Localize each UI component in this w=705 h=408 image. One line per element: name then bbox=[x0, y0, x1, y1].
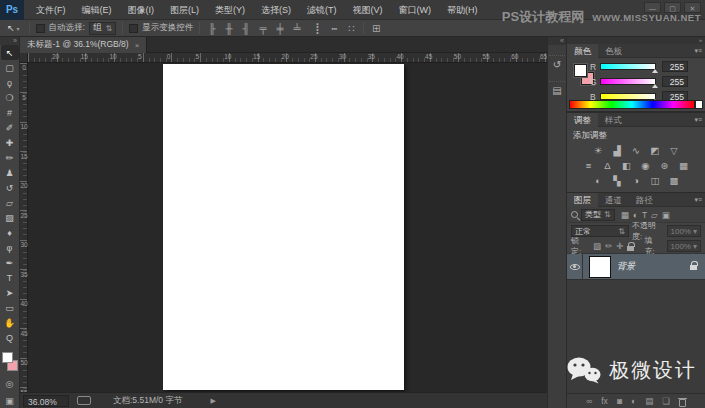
adj-color-balance-icon[interactable]: Δ bbox=[601, 160, 614, 172]
menu-item[interactable]: 图像(I) bbox=[120, 0, 163, 20]
panel-tab[interactable]: 调整 bbox=[567, 113, 598, 127]
canvas[interactable] bbox=[163, 64, 404, 390]
layer-thumbnail[interactable] bbox=[589, 256, 611, 278]
menu-item[interactable]: 视图(V) bbox=[345, 0, 391, 20]
menu-item[interactable]: 滤镜(T) bbox=[299, 0, 345, 20]
gradient-tool[interactable]: ▨ bbox=[1, 210, 19, 225]
toolbar-collapse-icon[interactable]: » bbox=[0, 37, 19, 45]
color-spectrum-ramp[interactable] bbox=[569, 100, 695, 109]
history-panel-icon[interactable]: ↺ bbox=[549, 55, 565, 71]
adj-levels-icon[interactable]: ▟ bbox=[611, 145, 624, 157]
channel-slider[interactable] bbox=[600, 78, 656, 85]
adj-brightness-contrast-icon[interactable]: ☀ bbox=[592, 145, 605, 157]
adj-invert-icon[interactable]: ◐ bbox=[592, 175, 605, 187]
pen-tool[interactable]: ✒ bbox=[1, 255, 19, 270]
clone-stamp-tool[interactable]: ♟ bbox=[1, 165, 19, 180]
blur-tool[interactable]: ♦ bbox=[1, 225, 19, 240]
brush-tool[interactable]: ✏ bbox=[1, 150, 19, 165]
menu-item[interactable]: 编辑(E) bbox=[74, 0, 120, 20]
eyedropper-tool[interactable]: ✐ bbox=[1, 120, 19, 135]
lock-position-icon[interactable]: ✛ bbox=[616, 241, 623, 251]
new-adjustment-layer-icon[interactable]: ◐ bbox=[631, 396, 636, 406]
menu-item[interactable]: 选择(S) bbox=[253, 0, 299, 20]
adj-exposure-icon[interactable]: ◩ bbox=[649, 145, 662, 157]
arrange-3d-mode-icon[interactable]: ⊞ bbox=[370, 23, 382, 34]
adj-black-white-icon[interactable]: ◧ bbox=[620, 160, 633, 172]
rectangle-tool[interactable]: ▭ bbox=[1, 300, 19, 315]
panel-tab[interactable]: 颜色 bbox=[567, 44, 598, 58]
eraser-tool[interactable]: ▱ bbox=[1, 195, 19, 210]
layer-style-icon[interactable]: fx bbox=[601, 396, 608, 406]
adj-posterize-icon[interactable]: ▚ bbox=[611, 175, 624, 187]
properties-panel-icon[interactable]: ▤ bbox=[549, 81, 565, 97]
filter-type-layers-icon[interactable]: T bbox=[642, 210, 647, 220]
zoom-level-field[interactable]: 36.08% bbox=[23, 395, 69, 407]
dodge-tool[interactable]: φ bbox=[1, 240, 19, 255]
auto-select-dropdown[interactable]: 组 ⇅ bbox=[89, 22, 116, 35]
channel-value-field[interactable]: 255 bbox=[662, 76, 688, 87]
filter-shape-layers-icon[interactable]: ▱ bbox=[651, 210, 658, 220]
type-tool[interactable]: T bbox=[1, 270, 19, 285]
slider-thumb-icon[interactable] bbox=[652, 84, 658, 88]
panel-tab[interactable]: 路径 bbox=[629, 193, 660, 207]
channel-slider[interactable] bbox=[600, 93, 656, 100]
add-layer-mask-icon[interactable]: ◙ bbox=[617, 396, 622, 406]
background-layer-row[interactable]: 背景 bbox=[567, 254, 705, 280]
move-tool[interactable]: ↖ bbox=[1, 45, 19, 60]
panel-tab[interactable]: 图层 bbox=[567, 193, 598, 207]
screen-mode-button[interactable]: ▣ bbox=[1, 395, 19, 408]
adj-vibrance-icon[interactable]: ▽ bbox=[668, 145, 681, 157]
filter-kind-dropdown[interactable]: 类型 ⇅ bbox=[581, 209, 615, 221]
panel-menu-icon[interactable]: ▾≡ bbox=[694, 44, 702, 58]
opacity-dropdown[interactable]: 100% ▾ bbox=[667, 225, 701, 237]
lock-all-icon[interactable] bbox=[627, 246, 634, 251]
panel-tab[interactable]: 通道 bbox=[598, 193, 629, 207]
lasso-tool[interactable]: ϙ bbox=[1, 75, 19, 90]
delete-layer-icon[interactable] bbox=[679, 399, 686, 407]
new-group-icon[interactable]: ▤ bbox=[645, 396, 653, 406]
document-tab[interactable]: 未标题-1 @ 36.1%(RGB/8) × bbox=[20, 37, 147, 53]
adj-hue-saturation-icon[interactable]: ≡ bbox=[582, 160, 595, 172]
adj-curves-icon[interactable]: ∿ bbox=[630, 145, 643, 157]
auto-select-checkbox[interactable] bbox=[36, 24, 45, 33]
align-bottom-edges-icon[interactable]: ╧ bbox=[291, 23, 303, 34]
hand-tool[interactable]: ✋ bbox=[1, 315, 19, 330]
adj-threshold-icon[interactable]: ◑ bbox=[630, 175, 643, 187]
maximize-button[interactable]: ▢ bbox=[664, 2, 681, 13]
spectrum-white-swatch[interactable] bbox=[695, 100, 703, 109]
channel-value-field[interactable]: 255 bbox=[662, 61, 688, 72]
path-selection-tool[interactable]: ➤ bbox=[1, 285, 19, 300]
status-flyout-arrow-icon[interactable]: ▶ bbox=[210, 397, 215, 405]
history-brush-tool[interactable]: ↺ bbox=[1, 180, 19, 195]
fill-dropdown[interactable]: 100% ▾ bbox=[667, 240, 701, 252]
align-right-edges-icon[interactable]: ╢ bbox=[240, 23, 252, 34]
new-layer-icon[interactable]: ❏ bbox=[662, 396, 670, 406]
adj-color-lookup-icon[interactable]: ▦ bbox=[677, 160, 690, 172]
distribute-horizontal-icon[interactable]: ┅ bbox=[328, 23, 340, 34]
align-horizontal-centers-icon[interactable]: ╫ bbox=[223, 23, 235, 34]
show-transform-checkbox[interactable] bbox=[129, 24, 138, 33]
minimize-button[interactable]: — bbox=[644, 2, 661, 13]
dock-expand-icon[interactable]: « bbox=[548, 37, 566, 45]
adj-selective-color-icon[interactable]: ◫ bbox=[649, 175, 662, 187]
lock-image-pixels-icon[interactable]: ✏ bbox=[605, 241, 612, 251]
quick-mask-button[interactable]: ◎ bbox=[1, 377, 19, 390]
tab-close-icon[interactable]: × bbox=[135, 41, 140, 50]
zoom-tool[interactable]: Q bbox=[1, 330, 19, 345]
panel-tab[interactable]: 色板 bbox=[598, 44, 629, 58]
adj-gradient-map-icon[interactable]: ▩ bbox=[668, 175, 681, 187]
filter-pixel-layers-icon[interactable]: ▦ bbox=[621, 210, 629, 220]
panel-foreground-swatch[interactable] bbox=[574, 64, 587, 77]
align-left-edges-icon[interactable]: ╟ bbox=[206, 23, 218, 34]
quick-selection-tool[interactable]: ❍ bbox=[1, 90, 19, 105]
menu-item[interactable]: 类型(Y) bbox=[207, 0, 253, 20]
adj-channel-mixer-icon[interactable]: ⊛ bbox=[658, 160, 671, 172]
filter-adjustment-layers-icon[interactable]: ◐ bbox=[633, 210, 638, 220]
menu-item[interactable]: 窗口(W) bbox=[391, 0, 440, 20]
distribute-centers-icon[interactable]: ∷ bbox=[345, 23, 357, 34]
distribute-vertical-icon[interactable]: ┋ bbox=[311, 23, 323, 34]
adj-photo-filter-icon[interactable]: ◉ bbox=[639, 160, 652, 172]
align-top-edges-icon[interactable]: ╤ bbox=[257, 23, 269, 34]
foreground-color-swatch[interactable] bbox=[2, 352, 13, 363]
rectangular-marquee-tool[interactable]: ▢ bbox=[1, 60, 19, 75]
